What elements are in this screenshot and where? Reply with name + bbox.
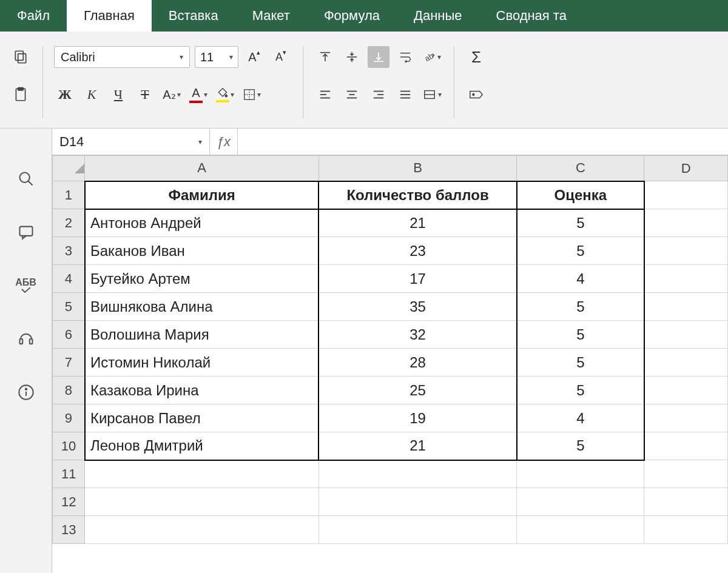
row-header-12[interactable]: 12 [53,488,85,516]
fill-color-button[interactable]: ▾ [214,84,236,106]
cell-A3[interactable]: Баканов Иван [85,237,318,265]
comments-icon[interactable] [12,218,40,246]
row-header-3[interactable]: 3 [53,237,85,265]
underline-button[interactable]: Ч [107,84,129,106]
row-header-1[interactable]: 1 [53,181,85,209]
menu-tab-3[interactable]: Макет [235,0,307,32]
bold-button[interactable]: Ж [54,84,76,106]
row-header-9[interactable]: 9 [53,404,85,432]
cell-C2[interactable]: 5 [517,209,644,237]
formula-input[interactable] [238,129,728,155]
cell-D7[interactable] [644,349,728,377]
cell-B9[interactable]: 19 [318,404,517,432]
cell-D1[interactable] [644,181,728,209]
cell-D6[interactable] [644,321,728,349]
row-header-8[interactable]: 8 [53,377,85,404]
cell-A5[interactable]: Вишнякова Алина [85,293,318,321]
spreadsheet-grid[interactable]: ABCD1ФамилияКоличество балловОценка2Анто… [52,155,728,573]
cell-A7[interactable]: Истомин Николай [85,349,318,377]
cell-D9[interactable] [644,404,728,432]
cell-B13[interactable] [318,516,517,544]
cell-B6[interactable]: 32 [318,321,517,349]
col-header-D[interactable]: D [644,156,728,181]
cell-A12[interactable] [85,488,318,516]
row-header-4[interactable]: 4 [53,265,85,293]
align-middle-icon[interactable] [341,46,363,68]
info-icon[interactable] [12,378,40,406]
cell-D4[interactable] [644,265,728,293]
cell-A10[interactable]: Леонов Дмитрий [85,432,318,460]
cell-B1[interactable]: Количество баллов [318,181,517,209]
align-top-icon[interactable] [314,46,336,68]
cell-D10[interactable] [644,432,728,460]
align-bottom-icon[interactable] [368,46,389,68]
row-header-10[interactable]: 10 [53,432,85,460]
row-header-5[interactable]: 5 [53,293,85,321]
orientation-icon[interactable]: ab▾ [421,46,443,68]
cell-B4[interactable]: 17 [318,265,517,293]
cell-C11[interactable] [517,460,644,488]
cell-B2[interactable]: 21 [318,209,517,237]
feedback-icon[interactable] [12,325,40,353]
cell-B11[interactable] [318,460,517,488]
col-header-C[interactable]: C [517,156,644,181]
cell-A1[interactable]: Фамилия [85,181,318,209]
spellcheck-icon[interactable]: АБВ [12,272,40,300]
cell-B8[interactable]: 25 [318,377,517,404]
cell-B5[interactable]: 35 [318,293,517,321]
cell-C4[interactable]: 4 [517,265,644,293]
menu-tab-5[interactable]: Данные [397,0,479,32]
cell-C1[interactable]: Оценка [517,181,644,209]
align-left-icon[interactable] [314,84,336,106]
cell-D2[interactable] [644,209,728,237]
row-header-2[interactable]: 2 [53,209,85,237]
cell-C8[interactable]: 5 [517,377,644,404]
subscript-button[interactable]: A₂▾ [161,84,183,106]
align-center-icon[interactable] [341,84,363,106]
cell-A8[interactable]: Казакова Ирина [85,377,318,404]
select-all-corner[interactable] [53,156,85,181]
row-header-13[interactable]: 13 [53,516,85,544]
col-header-B[interactable]: B [318,156,517,181]
cell-B10[interactable]: 21 [318,432,517,460]
strikethrough-button[interactable]: Т [134,84,156,106]
cell-C12[interactable] [517,488,644,516]
named-ranges-icon[interactable] [465,84,487,106]
cell-A9[interactable]: Кирсанов Павел [85,404,318,432]
cell-A11[interactable] [85,460,318,488]
borders-button[interactable]: ▾ [241,84,263,106]
cell-D11[interactable] [644,460,728,488]
cell-B12[interactable] [318,488,517,516]
decrease-font-icon[interactable]: A▾ [270,46,292,68]
cell-D5[interactable] [644,293,728,321]
cell-C10[interactable]: 5 [517,432,644,460]
cell-D8[interactable] [644,377,728,404]
cell-A13[interactable] [85,516,318,544]
autosum-icon[interactable]: Σ [465,46,487,68]
align-right-icon[interactable] [368,84,389,106]
cell-C9[interactable]: 4 [517,404,644,432]
cell-C7[interactable]: 5 [517,349,644,377]
cell-B7[interactable]: 28 [318,349,517,377]
menu-tab-4[interactable]: Формула [307,0,397,32]
cell-D3[interactable] [644,237,728,265]
merge-cells-icon[interactable]: ▾ [421,84,443,106]
wrap-text-icon[interactable] [394,46,416,68]
menu-tab-0[interactable]: Файл [0,0,67,32]
menu-tab-6[interactable]: Сводная та [479,0,584,32]
cell-A4[interactable]: Бутейко Артем [85,265,318,293]
col-header-A[interactable]: A [85,156,318,181]
italic-button[interactable]: К [81,84,103,106]
cell-A6[interactable]: Волошина Мария [85,321,318,349]
copy-icon[interactable] [10,46,32,68]
cell-D13[interactable] [644,516,728,544]
search-icon[interactable] [12,165,40,193]
cell-C3[interactable]: 5 [517,237,644,265]
align-justify-icon[interactable] [394,84,416,106]
cell-D12[interactable] [644,488,728,516]
menu-tab-2[interactable]: Вставка [152,0,235,32]
cell-C13[interactable] [517,516,644,544]
font-color-button[interactable]: A ▾ [187,84,209,106]
name-box[interactable]: D14 ▾ [52,129,210,155]
font-family-select[interactable]: Calibri ▾ [54,46,190,68]
